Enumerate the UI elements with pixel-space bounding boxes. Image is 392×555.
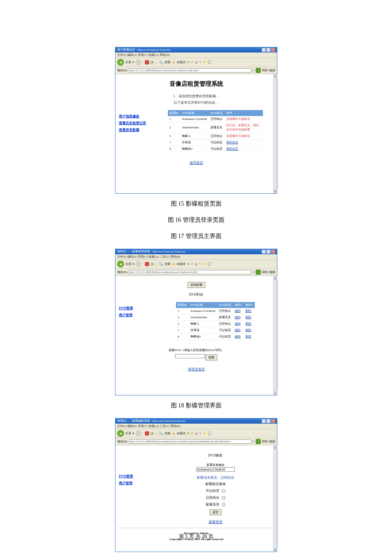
go-button[interactable]: → xyxy=(256,439,261,444)
dropdown-icon[interactable]: ▾ xyxy=(253,440,254,443)
forward-button[interactable] xyxy=(135,430,141,436)
home-icon[interactable]: ⌂ xyxy=(155,431,158,436)
radio-icon[interactable] xyxy=(222,496,225,500)
home-icon[interactable]: ⌂ xyxy=(155,60,158,65)
delete-link[interactable]: 删除 xyxy=(244,327,255,334)
radio-option-available[interactable]: 可以租赁 xyxy=(159,488,272,493)
history-icon[interactable]: ⊕ xyxy=(187,262,190,266)
edit-link[interactable]: 编辑 xyxy=(233,327,244,334)
edit-link[interactable]: 编辑 xyxy=(233,321,244,327)
stop-icon[interactable] xyxy=(145,431,149,436)
radio-icon[interactable] xyxy=(222,489,225,493)
links-label[interactable]: 链接 xyxy=(269,439,275,444)
links-label[interactable]: 链接 xyxy=(269,270,275,274)
favorites-icon[interactable]: ★ xyxy=(172,431,176,436)
scroll-down-icon[interactable]: ▾ xyxy=(274,391,277,395)
discuss-icon[interactable]: 💬 xyxy=(208,432,212,435)
links-label[interactable]: 链接 xyxy=(269,68,275,73)
favorites-icon[interactable]: ★ xyxy=(172,262,176,267)
history-icon[interactable]: ⊕ xyxy=(187,432,190,435)
menubar[interactable]: 文件(F) 编辑(E) 查看(V) 收藏(A) 工具(T) 帮助(H) xyxy=(115,254,277,259)
sidebar-dvd-manage[interactable]: DVD管理 xyxy=(119,306,154,311)
minimize-button[interactable]: − xyxy=(262,250,266,254)
menubar[interactable]: 文件(F) 编辑(E) 查看(V) 收藏(A) 工具(T) 帮助(H) xyxy=(115,424,277,429)
search-icon[interactable]: 🔍 xyxy=(159,61,163,64)
submit-button[interactable]: 提交 xyxy=(210,509,222,515)
add-dvd-button[interactable]: 添加影碟 xyxy=(187,282,205,288)
mail-icon[interactable]: ✉ xyxy=(191,61,193,64)
scroll-up-icon[interactable]: ▴ xyxy=(274,445,277,449)
delete-link[interactable]: 删除 xyxy=(244,308,255,314)
back-button[interactable]: ◄ xyxy=(117,59,124,66)
maximize-button[interactable]: □ xyxy=(266,250,271,254)
edit-link[interactable]: 编辑 xyxy=(233,314,244,321)
minimize-button[interactable]: − xyxy=(262,48,266,52)
dropdown-icon[interactable]: ▾ xyxy=(133,432,134,435)
search-input[interactable] xyxy=(175,354,205,358)
folder-icon[interactable]: 📁 xyxy=(203,432,207,435)
go-button[interactable]: → xyxy=(256,270,261,275)
address-input[interactable]: http://127.0.0.1:8080/MyProject/adminAct… xyxy=(129,439,251,444)
scroll-down-icon[interactable]: ▾ xyxy=(274,189,277,193)
menubar[interactable]: 文件(F) 编辑(E) 查看(V) 收藏(A) 帮助(H) xyxy=(115,52,277,58)
delete-link[interactable]: 删除 xyxy=(244,321,255,327)
history-icon[interactable]: ⊕ xyxy=(187,61,190,64)
sidebar-user-manage[interactable]: 用户管理 xyxy=(119,481,154,485)
minimize-button[interactable]: − xyxy=(262,419,266,423)
forward-button[interactable] xyxy=(135,59,141,65)
favorites-icon[interactable]: ★ xyxy=(172,60,176,65)
sidebar-dvd-manage[interactable]: DVD管理 xyxy=(119,474,154,479)
edit-icon[interactable]: ✎ xyxy=(199,432,202,435)
close-button[interactable]: × xyxy=(271,250,275,254)
radio-icon[interactable] xyxy=(222,503,225,506)
close-button[interactable]: × xyxy=(271,48,275,52)
dvd-name-input[interactable] xyxy=(196,467,235,472)
refresh-icon[interactable]: ⟳ xyxy=(150,60,154,65)
scroll-up-icon[interactable]: ▴ xyxy=(274,276,277,280)
search-icon[interactable]: 🔍 xyxy=(159,432,163,436)
search-button[interactable]: 搜索 xyxy=(205,355,217,360)
sidebar-user-info[interactable]: 用户信息修改 xyxy=(119,114,154,119)
maximize-button[interactable]: □ xyxy=(266,419,271,423)
delete-link[interactable]: 删除 xyxy=(244,334,255,340)
delete-link[interactable]: 删除 xyxy=(244,314,255,321)
search-icon[interactable]: 🔍 xyxy=(159,262,163,266)
dvd-manage-link[interactable]: 影碟管理 xyxy=(159,520,272,524)
home-icon[interactable]: ⌂ xyxy=(155,262,158,267)
rent-link[interactable]: 我要租赁 xyxy=(225,146,263,152)
mail-icon[interactable]: ✉ xyxy=(191,432,193,435)
discuss-icon[interactable]: 💬 xyxy=(208,61,212,64)
stop-icon[interactable] xyxy=(145,60,149,64)
refresh-icon[interactable]: ⟳ xyxy=(150,431,154,436)
folder-icon[interactable]: 📁 xyxy=(203,61,207,64)
sidebar-user-manage[interactable]: 用户管理 xyxy=(119,313,154,317)
sidebar-all-dvd[interactable]: 查看所有影碟 xyxy=(119,128,154,132)
dropdown-icon[interactable]: ▾ xyxy=(133,262,134,266)
print-icon[interactable]: 🖨 xyxy=(195,61,198,64)
print-icon[interactable]: 🖨 xyxy=(195,262,198,266)
discuss-icon[interactable]: 💬 xyxy=(208,262,212,266)
mail-icon[interactable]: ✉ xyxy=(191,262,193,266)
scroll-down-icon[interactable]: ▾ xyxy=(274,548,277,552)
edit-link[interactable]: 编辑 xyxy=(233,308,244,314)
refresh-icon[interactable]: ⟳ xyxy=(150,262,154,267)
radio-option-lost[interactable]: 影碟丢失 xyxy=(159,502,272,507)
edit-icon[interactable]: ✎ xyxy=(199,61,202,64)
dropdown-icon[interactable]: ▾ xyxy=(253,69,254,72)
edit-link[interactable]: 编辑 xyxy=(233,334,244,340)
address-input[interactable]: http://127.0.0.1:8080/MyProject/useActio… xyxy=(129,68,251,73)
back-button[interactable]: ◄ xyxy=(117,430,124,437)
maximize-button[interactable]: □ xyxy=(266,48,271,52)
folder-icon[interactable]: 📁 xyxy=(203,262,207,266)
return-home-link[interactable]: 返回首页 xyxy=(117,160,275,165)
radio-option-rented[interactable]: 已经租出 xyxy=(159,495,272,500)
dropdown-icon[interactable]: ▾ xyxy=(133,61,134,64)
scrollbar[interactable]: ▴ ▾ xyxy=(273,276,277,395)
forward-button[interactable] xyxy=(135,261,141,267)
admin-home-link[interactable]: 管理员首页 xyxy=(117,367,275,372)
back-button[interactable]: ◄ xyxy=(117,261,124,267)
scrollbar[interactable]: ▴ ▾ xyxy=(273,74,277,193)
scroll-up-icon[interactable]: ▴ xyxy=(274,74,277,78)
sidebar-history[interactable]: 查看历史租赁记录 xyxy=(119,121,154,125)
print-icon[interactable]: 🖨 xyxy=(195,432,198,435)
